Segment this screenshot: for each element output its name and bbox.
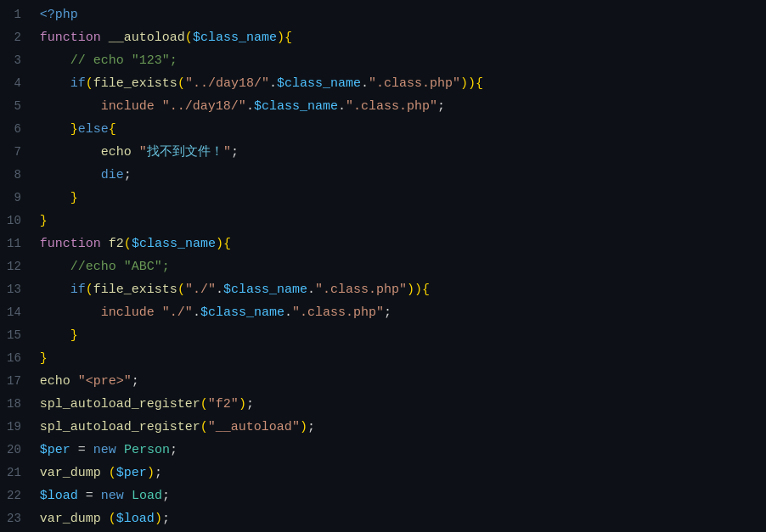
brace-open5: {: [422, 278, 430, 301]
code-line-3: // echo "123";: [40, 49, 766, 72]
paren-open: (: [124, 232, 132, 255]
space-eq: =: [78, 484, 101, 507]
paren-close2: )): [407, 278, 422, 301]
var-load: $load: [40, 484, 78, 507]
indent: [40, 141, 101, 164]
line-num-11: 11: [7, 232, 30, 255]
keyword-die: die: [101, 164, 124, 187]
comment-echo-123: // echo "123";: [70, 49, 177, 72]
code-line-20: $per = new Person ;: [40, 439, 766, 462]
keyword-function: function: [40, 26, 101, 49]
semicolon: ;: [132, 370, 139, 393]
space: [116, 439, 124, 462]
var-class-name4: $class_name: [200, 301, 284, 324]
space: [101, 507, 109, 530]
line-num-6: 6: [7, 118, 30, 141]
paren-open: (: [200, 416, 208, 439]
code-line-9: }: [40, 187, 766, 210]
paren-open2: (: [177, 72, 185, 95]
line-num-2: 2: [7, 26, 30, 49]
brace-open: {: [284, 26, 292, 49]
line-num-7: 7: [7, 141, 30, 164]
fn-file-exists2: file_exists: [93, 278, 177, 301]
code-line-6: } else {: [40, 118, 766, 141]
paren-close: ): [277, 26, 284, 49]
keyword-if: if: [70, 72, 86, 95]
brace-close4: }: [70, 324, 78, 347]
line-num-12: 12: [7, 255, 30, 278]
code-line-4: if ( file_exists ( "../day18/" . $class_…: [40, 72, 766, 95]
space: [101, 462, 109, 484]
line-num-17: 17: [7, 370, 30, 393]
line-num-8: 8: [7, 164, 30, 187]
var-class-name: $class_name: [277, 72, 361, 95]
indent: [40, 72, 70, 95]
line-num-10: 10: [7, 210, 30, 232]
indent: [40, 164, 101, 187]
concat: .: [216, 278, 223, 301]
code-line-8: die ;: [40, 164, 766, 187]
str-dot-path: "./": [185, 278, 216, 301]
str-chinese-text: 找不到文件！: [147, 141, 223, 164]
semicolon: ;: [231, 141, 239, 164]
semicolon: ;: [162, 507, 170, 530]
str-class-php3: ".class.php": [315, 278, 407, 301]
str-quote-close: ": [223, 141, 231, 164]
code-line-13: if ( file_exists ( "./" . $class_name . …: [40, 278, 766, 301]
paren-close: ): [239, 393, 246, 416]
var-class-name3: $class_name: [223, 278, 307, 301]
line-num-19: 19: [7, 416, 30, 439]
line-num-3: 3: [7, 49, 30, 72]
paren-close: ): [300, 416, 307, 439]
paren-open: (: [86, 72, 93, 95]
fn-file-exists: file_exists: [93, 72, 177, 95]
concat: .: [193, 301, 200, 324]
str-f2: "f2": [208, 393, 239, 416]
space: [155, 95, 162, 118]
line-num-4: 4: [7, 72, 30, 95]
brace-close: }: [70, 118, 78, 141]
paren-open: (: [200, 393, 208, 416]
paren-close: ): [147, 462, 155, 484]
str-pre: "<pre>": [78, 370, 132, 393]
fn-f2-name: f2: [109, 232, 124, 255]
semicolon: ;: [384, 301, 391, 324]
class-person: Person: [124, 439, 170, 462]
php-open-tag: <?php: [40, 3, 78, 26]
code-line-11: function f2 ( $class_name ) {: [40, 232, 766, 255]
code-editor: 1 2 3 4 5 6 7 8 9 10 11 12 13 14 15 16 1…: [0, 0, 766, 532]
code-line-19: spl_autoload_register ( "__autoload" ) ;: [40, 416, 766, 439]
str-include-dot: "./": [162, 301, 193, 324]
semicolon: ;: [246, 393, 254, 416]
space: [132, 141, 139, 164]
keyword-else: else: [78, 118, 109, 141]
class-load: Load: [132, 484, 162, 507]
param-class-name: $class_name: [193, 26, 277, 49]
keyword-if2: if: [70, 278, 86, 301]
var-per: $per: [40, 439, 70, 462]
keyword-echo2: echo: [40, 370, 70, 393]
line-num-9: 9: [7, 187, 30, 210]
brace-open4: {: [223, 232, 231, 255]
paren-open: (: [86, 278, 93, 301]
line-num-5: 5: [7, 95, 30, 118]
paren-open: (: [109, 507, 116, 530]
str-quote-open: ": [139, 141, 147, 164]
indent: [40, 324, 70, 347]
brace-close2: }: [70, 187, 78, 210]
code-line-14: include "./" . $class_name . ".class.php…: [40, 301, 766, 324]
code-line-15: }: [40, 324, 766, 347]
code-line-12: //echo "ABC";: [40, 255, 766, 278]
line-num-18: 18: [7, 393, 30, 416]
space: [155, 301, 162, 324]
concat: .: [269, 72, 277, 95]
line-numbers: 1 2 3 4 5 6 7 8 9 10 11 12 13 14 15 16 1…: [0, 3, 37, 530]
semicolon: ;: [155, 462, 162, 484]
code-line-21: var_dump ( $per ) ;: [40, 462, 766, 484]
indent: [40, 187, 70, 210]
semicolon: ;: [307, 416, 315, 439]
paren-close: ): [155, 507, 162, 530]
code-line-10: }: [40, 210, 766, 232]
indent: [40, 255, 70, 278]
concat2: .: [361, 72, 369, 95]
